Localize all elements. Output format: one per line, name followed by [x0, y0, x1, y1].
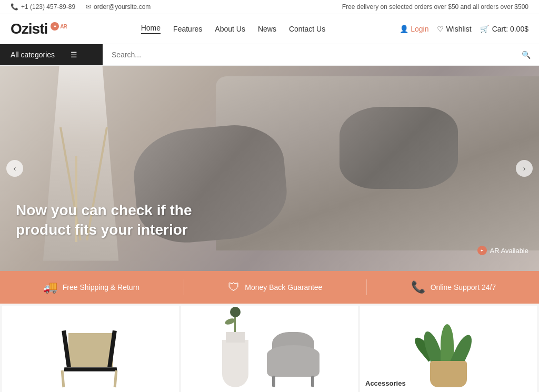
- email-icon: ✉: [86, 3, 91, 11]
- login-label: Login: [411, 25, 428, 33]
- nav-features[interactable]: Features: [173, 25, 202, 33]
- main-nav: Home Features About Us News Contact Us: [141, 24, 325, 34]
- gray-chair-illustration: [262, 324, 325, 387]
- lamp-stand: [43, 127, 124, 271]
- top-bar: 📞 +1 (123) 457-89-89 ✉ order@yoursite.co…: [0, 0, 539, 14]
- phone-number: +1 (123) 457-89-89: [21, 3, 75, 11]
- chair-leg-left: [61, 370, 65, 387]
- nav-right: 👤 Login ♡ Wishlist 🛒 Cart: 0.00$: [400, 25, 528, 33]
- chair-illustration: [54, 314, 127, 387]
- search-icon: 🔍: [522, 51, 531, 59]
- guarantee-icon: 🛡: [228, 280, 239, 294]
- product-card-chair[interactable]: [2, 306, 179, 392]
- top-bar-contact: 📞 +1 (123) 457-89-89 ✉ order@yoursite.co…: [11, 3, 151, 11]
- hero-image: [0, 66, 539, 271]
- hero-ar-badge: ✦ AR Available: [477, 246, 528, 255]
- header: Ozisti ✦ AR Home Features About Us News …: [0, 14, 539, 44]
- phone-info: 📞 +1 (123) 457-89-89: [11, 3, 75, 11]
- feature-support: 📞 Online Support 24/7: [411, 280, 496, 294]
- plant-pot: [430, 361, 467, 387]
- cart-button[interactable]: 🛒 Cart: 0.00$: [480, 25, 528, 33]
- cart-icon: 🛒: [480, 25, 489, 33]
- user-icon: 👤: [400, 25, 408, 33]
- ar-label: AR: [60, 24, 66, 29]
- promo-text: Free delivery on selected orders over $5…: [342, 3, 528, 11]
- nav-about[interactable]: About Us: [215, 25, 245, 33]
- ar-icon: ✦: [51, 22, 59, 31]
- email-address: order@yoursite.com: [94, 3, 151, 11]
- gray-chair-body: [267, 345, 320, 377]
- logo[interactable]: Ozisti ✦ AR: [11, 21, 67, 37]
- hamburger-icon: ☰: [71, 51, 77, 59]
- logo-ar-badge: ✦ AR: [51, 22, 66, 31]
- vase-neck: [226, 332, 245, 343]
- shipping-icon: 🚚: [43, 280, 57, 294]
- wishlist-label: Wishlist: [446, 25, 471, 33]
- product-card-accessories[interactable]: Accessories: [360, 306, 537, 392]
- chair-backpanel: [68, 333, 113, 367]
- wishlist-button[interactable]: ♡ Wishlist: [437, 25, 471, 33]
- support-icon: 📞: [411, 280, 425, 294]
- feature-guarantee: 🛡 Money Back Guarantee: [228, 280, 322, 294]
- feature-shipping: 🚚 Free Shipping & Return: [43, 280, 139, 294]
- shipping-label: Free Shipping & Return: [63, 283, 139, 292]
- hero-prev-button[interactable]: ‹: [6, 160, 23, 177]
- heart-icon: ♡: [437, 25, 444, 33]
- categories-label: All categories: [11, 51, 55, 59]
- vase-body: [222, 340, 248, 387]
- chair-leg-right: [114, 370, 118, 387]
- product-grid: Accessories: [0, 304, 539, 392]
- feature-divider-1: [184, 279, 184, 295]
- pillow-small: [340, 107, 458, 189]
- gray-chair-leg-left: [272, 376, 275, 387]
- nav-contact[interactable]: Contact Us: [289, 25, 325, 33]
- gray-chair-leg-right: [311, 376, 314, 387]
- email-info: ✉ order@yoursite.com: [86, 3, 151, 11]
- hero-next-button[interactable]: ›: [516, 160, 533, 177]
- hero-overlay: Now you can check if the product fits yo…: [16, 201, 226, 239]
- product-card-vase-chair[interactable]: [181, 306, 358, 392]
- categories-button[interactable]: All categories ☰: [0, 44, 103, 65]
- vase-illustration: [214, 319, 256, 387]
- search-bar: All categories ☰ 🔍: [0, 44, 539, 66]
- cart-label: Cart: 0.00$: [492, 25, 528, 33]
- feature-divider-2: [366, 279, 367, 295]
- ar-available-icon: ✦: [477, 246, 487, 255]
- login-button[interactable]: 👤 Login: [400, 25, 428, 33]
- vase-flower: [230, 307, 241, 317]
- search-input-wrap: [103, 51, 513, 59]
- features-strip: 🚚 Free Shipping & Return 🛡 Money Back Gu…: [0, 271, 539, 304]
- nav-news[interactable]: News: [258, 25, 276, 33]
- search-submit-button[interactable]: 🔍: [513, 46, 539, 63]
- product-label-accessories: Accessories: [365, 379, 406, 387]
- plant-illustration: [417, 324, 480, 387]
- chair-seat: [64, 367, 117, 371]
- guarantee-label: Money Back Guarantee: [245, 283, 322, 292]
- nav-home[interactable]: Home: [141, 24, 161, 34]
- support-label: Online Support 24/7: [431, 283, 496, 292]
- phone-icon: 📞: [11, 3, 18, 11]
- hero-title: Now you can check if the product fits yo…: [16, 201, 226, 239]
- hero-slider: Now you can check if the product fits yo…: [0, 66, 539, 271]
- ar-available-label: AR Available: [490, 247, 528, 255]
- search-input[interactable]: [112, 51, 505, 59]
- logo-text: Ozisti: [11, 21, 47, 37]
